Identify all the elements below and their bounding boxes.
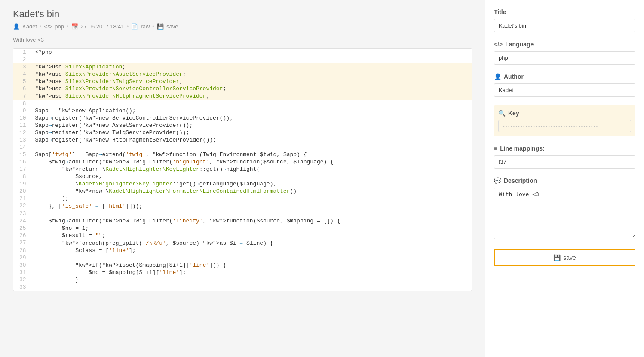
line-number: 17	[13, 166, 31, 173]
author-link[interactable]: Kadet	[22, 23, 37, 30]
line-number: 20	[13, 188, 31, 195]
author-icon: 👤	[13, 23, 20, 30]
table-row: 31 $no = $mapping[$i+1]['line'];	[13, 269, 472, 276]
table-row: 15$app['twig'] = $app→extend('twig', "kw…	[13, 151, 472, 158]
line-code: $app['twig'] = $app→extend('twig', "kw">…	[31, 151, 472, 158]
code-table: 1<?php2 3"kw">use Silex\Application;4"kw…	[13, 49, 472, 291]
save-link[interactable]: save	[166, 23, 178, 30]
table-row: 27 "kw">foreach(preg_split('/\R/u', $sou…	[13, 239, 472, 247]
line-number: 22	[13, 202, 31, 210]
list-icon: ≡	[494, 145, 497, 152]
save-btn-label: save	[563, 254, 576, 261]
line-code	[31, 100, 472, 107]
line-number: 27	[13, 239, 31, 247]
line-number: 28	[13, 247, 31, 254]
description-section-header: 💬 Description	[494, 177, 635, 184]
description-text: With love <3	[13, 37, 472, 43]
table-row: 16 $twig→addFilter("kw">new Twig_Filter(…	[13, 158, 472, 166]
page-title: Kadet's bin	[13, 9, 472, 20]
line-number: 3	[13, 63, 31, 71]
table-row: 13$app→register("kw">new HttpFragmentSer…	[13, 136, 472, 144]
description-label: Description	[504, 177, 537, 184]
line-code: "kw">new \Kadet\Highlighter\Formatter\Li…	[31, 188, 472, 195]
main-content: Kadet's bin 👤 Kadet • </> php • 📅 27.06.…	[0, 0, 485, 357]
sidebar: Title </> Language 👤 Author 🔍 Key	[485, 0, 644, 357]
table-row: 32 }	[13, 276, 472, 283]
code-icon: </>	[44, 23, 52, 30]
language-label-sidebar: Language	[505, 41, 534, 48]
table-row: 8	[13, 100, 472, 107]
code-body: 1<?php2 3"kw">use Silex\Application;4"kw…	[13, 49, 472, 291]
table-row: 29	[13, 254, 472, 262]
line-number: 10	[13, 114, 31, 122]
date-icon: 📅	[71, 23, 78, 30]
key-section-header: 🔍 Key	[498, 110, 631, 117]
header: Kadet's bin 👤 Kadet • </> php • 📅 27.06.…	[13, 9, 472, 30]
line-number: 25	[13, 225, 31, 232]
line-number: 29	[13, 254, 31, 262]
table-row: 26 $result = "";	[13, 232, 472, 239]
author-icon-sidebar: 👤	[494, 73, 501, 80]
language-icon: </>	[494, 41, 503, 48]
table-row: 17 "kw">return \Kadet\Highlighter\KeyLig…	[13, 166, 472, 173]
line-number: 26	[13, 232, 31, 239]
title-input[interactable]	[494, 19, 635, 32]
line-code: $result = "";	[31, 232, 472, 239]
author-section-header: 👤 Author	[494, 73, 635, 80]
save-button[interactable]: 💾 save	[494, 249, 635, 266]
table-row: 2	[13, 56, 472, 63]
line-number: 19	[13, 180, 31, 188]
language-section-header: </> Language	[494, 41, 635, 48]
line-number: 24	[13, 217, 31, 225]
line-number: 9	[13, 107, 31, 114]
app-layout: Kadet's bin 👤 Kadet • </> php • 📅 27.06.…	[0, 0, 644, 357]
raw-link[interactable]: raw	[141, 23, 150, 30]
author-section: 👤 Author	[494, 73, 635, 97]
table-row: 14	[13, 144, 472, 151]
language-input[interactable]	[494, 51, 635, 65]
language-section: </> Language	[494, 41, 635, 65]
table-row: 25 $no = 1;	[13, 225, 472, 232]
comment-icon: 💬	[494, 177, 501, 184]
date-label: 27.06.2017 18:41	[81, 23, 124, 30]
line-code: $app→register("kw">new ServiceController…	[31, 114, 472, 122]
language-label: php	[55, 23, 64, 30]
line-code: <?php	[31, 49, 472, 56]
table-row: 24 $twig→addFilter("kw">new Twig_Filter(…	[13, 217, 472, 225]
line-number: 30	[13, 262, 31, 269]
line-number: 32	[13, 276, 31, 283]
description-textarea[interactable]	[494, 188, 635, 239]
code-container: 1<?php2 3"kw">use Silex\Application;4"kw…	[13, 48, 472, 291]
author-label: Author	[504, 73, 524, 80]
title-label: Title	[494, 9, 506, 15]
table-row: 21 );	[13, 195, 472, 202]
line-number: 14	[13, 144, 31, 151]
table-row: 9$app = "kw">new Application();	[13, 107, 472, 114]
line-code: "kw">return \Kadet\Highlighter\KeyLighte…	[31, 166, 472, 173]
line-number: 12	[13, 129, 31, 136]
key-input[interactable]	[498, 120, 631, 132]
line-number: 1	[13, 49, 31, 56]
table-row: 19 \Kadet\Highlighter\KeyLighter::get()→…	[13, 180, 472, 188]
line-mappings-input[interactable]	[494, 155, 635, 169]
table-row: 23	[13, 210, 472, 217]
author-input[interactable]	[494, 83, 635, 97]
line-code: $twig→addFilter("kw">new Twig_Filter('li…	[31, 217, 472, 225]
line-code	[31, 56, 472, 63]
save-icon-header: 💾	[157, 23, 164, 30]
line-number: 11	[13, 122, 31, 129]
line-code: "kw">if("kw">isset($mapping[$i+1]['line'…	[31, 262, 472, 269]
line-number: 7	[13, 92, 31, 100]
line-code: "kw">use Silex\Provider\ServiceControlle…	[31, 85, 472, 92]
table-row: 28 $class = ['line'];	[13, 247, 472, 254]
line-code: $app→register("kw">new TwigServiceProvid…	[31, 129, 472, 136]
line-code: $twig→addFilter("kw">new Twig_Filter('hi…	[31, 158, 472, 166]
line-code: $app = "kw">new Application();	[31, 107, 472, 114]
table-row: 11$app→register("kw">new AssetServicePro…	[13, 122, 472, 129]
doc-icon: 📄	[131, 23, 138, 30]
table-row: 4"kw">use Silex\Provider\AssetServicePro…	[13, 71, 472, 78]
line-number: 23	[13, 210, 31, 217]
key-label: Key	[508, 110, 519, 117]
line-number: 4	[13, 71, 31, 78]
line-code	[31, 210, 472, 217]
